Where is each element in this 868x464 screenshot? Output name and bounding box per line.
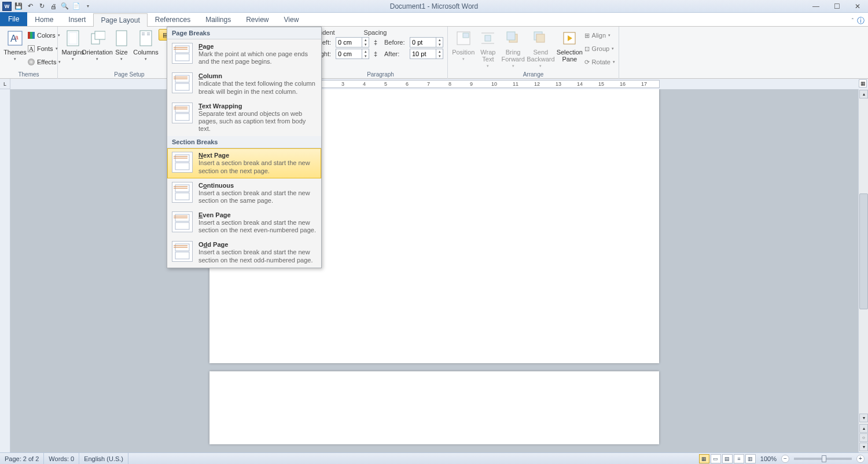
theme-colors-button[interactable]: Colors▾ <box>28 29 61 42</box>
maximize-button[interactable]: ☐ <box>829 2 845 11</box>
document-area: ▴ ▾ ▴ ○ ▾ <box>0 89 868 452</box>
rotate-icon: ⟳ <box>584 59 590 66</box>
break-type-icon <box>172 211 193 232</box>
svg-text:a: a <box>15 34 19 41</box>
tab-mailings[interactable]: Mailings <box>198 13 238 26</box>
minimize-button[interactable]: — <box>808 2 824 11</box>
minimize-ribbon-icon[interactable]: ˆ <box>852 18 854 24</box>
scrollbar-thumb[interactable] <box>859 193 868 309</box>
ruler-toggle-icon[interactable]: ▦ <box>859 79 867 87</box>
break-item-desc: Insert a section break and start the new… <box>198 159 317 174</box>
bring-forward-button[interactable]: Bring Forward▾ <box>501 28 525 70</box>
next-page-icon[interactable]: ▾ <box>859 443 868 451</box>
tab-view[interactable]: View <box>277 13 307 26</box>
file-tab[interactable]: File <box>0 12 27 26</box>
fonts-icon: A <box>28 45 35 52</box>
tab-home[interactable]: Home <box>27 13 61 26</box>
web-layout-view-button[interactable]: ▤ <box>722 454 733 463</box>
outline-view-button[interactable]: ≡ <box>734 454 744 463</box>
tab-insert[interactable]: Insert <box>61 13 93 26</box>
group-button[interactable]: ⊡Group▾ <box>584 42 615 55</box>
status-words[interactable]: Words: 0 <box>44 453 79 465</box>
scroll-down-icon[interactable]: ▾ <box>859 414 868 422</box>
indent-right-input[interactable]: ▴▾ <box>336 49 369 59</box>
close-button[interactable]: ✕ <box>849 2 866 11</box>
breaks-item-column[interactable]: ColumnIndicate that the text following t… <box>167 69 321 98</box>
zoom-percent[interactable]: 100% <box>760 455 777 462</box>
svg-rect-6 <box>95 31 105 39</box>
margins-button[interactable]: Margins▾ <box>61 28 84 63</box>
document-page[interactable] <box>209 371 659 444</box>
columns-button[interactable]: Columns▾ <box>134 28 157 63</box>
undo-icon[interactable]: ↶ <box>25 2 35 11</box>
selection-pane-button[interactable]: Selection Pane <box>556 28 583 64</box>
browse-object-icon[interactable]: ○ <box>859 433 868 442</box>
ruler-tick: 17 <box>641 81 647 87</box>
breaks-dropdown-panel: Page Breaks PageMark the point at which … <box>167 27 322 268</box>
page-canvas[interactable] <box>10 89 858 452</box>
breaks-item-text-wrapping[interactable]: Text WrappingSeparate text around object… <box>167 99 321 137</box>
orientation-button[interactable]: Orientation▾ <box>86 28 109 63</box>
theme-effects-button[interactable]: Effects▾ <box>28 56 61 68</box>
spacing-before-icon: ‡ <box>374 39 380 46</box>
vertical-ruler[interactable] <box>0 89 10 452</box>
tab-page-layout[interactable]: Page Layout <box>93 13 147 27</box>
send-backward-icon <box>531 29 550 48</box>
breaks-item-continuous[interactable]: ContinuousInsert a section break and sta… <box>167 178 321 208</box>
align-button[interactable]: ⊞Align▾ <box>584 29 615 42</box>
theme-fonts-button[interactable]: AFonts▾ <box>28 42 61 55</box>
zoom-slider-thumb[interactable] <box>822 455 826 462</box>
breaks-item-next-page[interactable]: Next PageInsert a section break and star… <box>167 148 321 178</box>
save-icon[interactable]: 💾 <box>14 2 23 11</box>
break-item-title: Column <box>198 72 317 79</box>
spacing-before-input[interactable]: ▴▾ <box>410 37 443 48</box>
group-themes: Aa Themes ▾ Colors▾ AFonts▾ Effects▾ The… <box>0 27 58 79</box>
zoom-slider[interactable] <box>794 458 852 460</box>
position-button[interactable]: Position▾ <box>451 28 475 63</box>
help-icon[interactable]: ⓘ <box>857 16 865 26</box>
redo-icon[interactable]: ↻ <box>37 2 46 11</box>
size-icon <box>112 29 131 48</box>
indent-left-input[interactable]: ▴▾ <box>336 37 369 48</box>
ruler-tick: 14 <box>577 81 583 87</box>
status-page[interactable]: Page: 2 of 2 <box>0 453 44 465</box>
themes-button[interactable]: Aa Themes ▾ <box>3 28 27 63</box>
svg-rect-25 <box>175 54 189 61</box>
break-item-desc: Insert a section break and start the new… <box>198 189 317 204</box>
prev-page-icon[interactable]: ▴ <box>859 424 868 433</box>
qat-customize-icon[interactable]: ▾ <box>83 2 93 11</box>
tab-selector[interactable]: L <box>0 79 10 89</box>
wrap-text-icon <box>479 29 497 48</box>
tab-review[interactable]: Review <box>238 13 276 26</box>
breaks-item-odd-page[interactable]: Odd PageInsert a section break and start… <box>167 238 321 267</box>
page-breaks-header: Page Breaks <box>167 27 321 39</box>
zoom-in-button[interactable]: + <box>856 455 865 463</box>
scroll-up-icon[interactable]: ▴ <box>859 90 868 98</box>
print-icon[interactable]: 🖨 <box>49 2 58 11</box>
new-doc-icon[interactable]: 📄 <box>72 2 81 11</box>
svg-rect-37 <box>175 163 189 170</box>
orientation-icon <box>88 29 106 48</box>
send-backward-button[interactable]: Send Backward▾ <box>527 28 555 70</box>
rotate-button[interactable]: ⟳Rotate▾ <box>584 56 615 68</box>
spacing-before-label: Before: <box>384 39 405 46</box>
breaks-item-even-page[interactable]: Even PageInsert a section break and star… <box>167 208 321 238</box>
size-button[interactable]: Size▾ <box>110 28 133 63</box>
breaks-item-page[interactable]: PageMark the point at which one page end… <box>167 39 321 69</box>
horizontal-ruler[interactable]: 34567891011121314151617 <box>10 79 868 89</box>
print-layout-view-button[interactable]: ▦ <box>699 454 709 463</box>
vertical-scrollbar[interactable]: ▴ ▾ ▴ ○ ▾ <box>858 89 868 452</box>
svg-rect-49 <box>175 252 189 259</box>
print-preview-icon[interactable]: 🔍 <box>60 2 69 11</box>
status-language[interactable]: English (U.S.) <box>79 453 128 465</box>
svg-rect-45 <box>175 222 189 229</box>
spacing-after-input[interactable]: ▴▾ <box>410 49 443 59</box>
wrap-text-button[interactable]: Wrap Text▾ <box>476 28 499 70</box>
zoom-out-button[interactable]: − <box>781 455 789 463</box>
tab-references[interactable]: References <box>148 13 198 26</box>
full-screen-view-button[interactable]: ▭ <box>711 454 721 463</box>
ruler-tick: 8 <box>448 81 451 87</box>
window-controls: — ☐ ✕ <box>808 2 866 11</box>
draft-view-button[interactable]: ▥ <box>745 454 756 463</box>
ruler-tick: 12 <box>534 81 540 87</box>
